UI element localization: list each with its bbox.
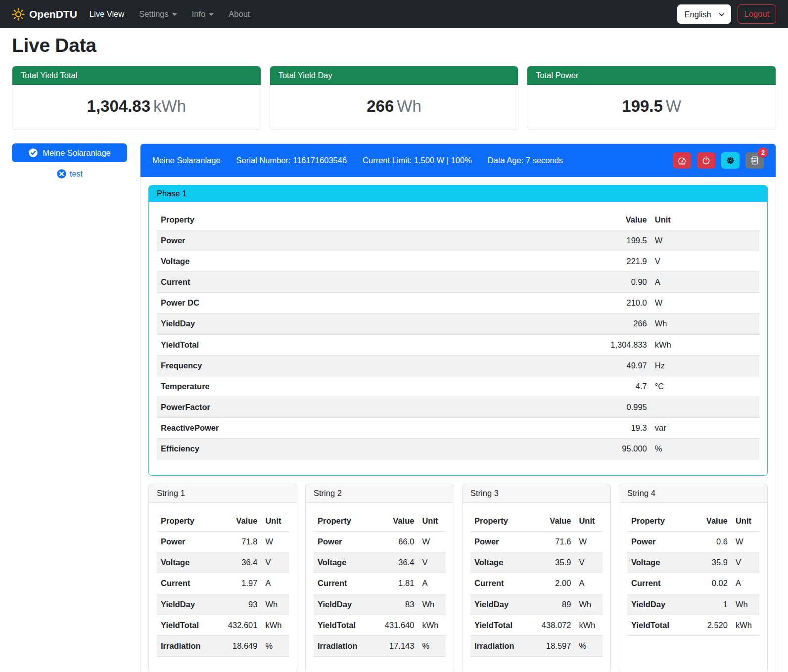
table-row: YieldTotal432.601kWh: [157, 615, 289, 635]
data-age-label: Data Age: 7 seconds: [488, 156, 563, 165]
unit-cell: [651, 397, 759, 417]
value-cell: 266: [579, 314, 651, 334]
table-row: Voltage35.9V: [627, 552, 759, 573]
x-circle-icon: [56, 169, 67, 179]
table-row: Voltage221.9V: [157, 251, 759, 272]
string-2-table: Property Value Unit Power66.0WVoltage36.…: [314, 511, 446, 657]
inverter-select-test[interactable]: test: [12, 169, 127, 179]
inverter-select-meine-solaranlage[interactable]: Meine Solaranlage: [12, 143, 127, 162]
column-header-unit: Unit: [651, 210, 759, 230]
string-3-table: Property Value Unit Power71.6WVoltage35.…: [470, 511, 603, 657]
property-cell: Irradiation: [314, 635, 381, 656]
column-header-unit: Unit: [418, 511, 446, 532]
string-4-card: String 4 Property Value Unit: [619, 484, 768, 672]
table-row: YieldTotal1,304.833kWh: [157, 334, 759, 355]
column-header-unit: Unit: [575, 511, 603, 532]
table-row: Current2.00A: [470, 573, 603, 594]
nav-item-live-view[interactable]: Live View: [82, 5, 132, 23]
page-title: Live Data: [12, 35, 776, 56]
inverter-header: Meine Solaranlage Serial Number: 1161716…: [140, 144, 776, 177]
card-title: Total Yield Day: [270, 66, 518, 85]
table-row: YieldDay83Wh: [314, 594, 446, 615]
inverter-name: Meine Solaranlage: [152, 156, 221, 165]
unit-cell: W: [651, 293, 759, 314]
value-cell: 49.97: [579, 355, 651, 376]
value-cell: 95.000: [579, 439, 651, 459]
table-header-row: Property Value Unit: [157, 210, 759, 230]
unit-cell: W: [651, 230, 759, 251]
power-icon: [701, 156, 711, 165]
value-cell: 18.597: [538, 635, 575, 656]
property-cell: Current: [627, 573, 696, 594]
card-value: 1,304.83kWh: [12, 85, 261, 130]
unit-label: kWh: [153, 97, 186, 115]
unit-cell: A: [651, 272, 759, 293]
value-cell: 71.6: [538, 532, 575, 552]
unit-cell: %: [575, 635, 603, 656]
unit-cell: V: [418, 552, 446, 573]
limit-settings-button[interactable]: [673, 152, 691, 169]
unit-cell: V: [575, 552, 603, 573]
unit-cell: %: [418, 635, 446, 656]
column-header-property: Property: [627, 511, 696, 532]
string-title: String 1: [149, 484, 297, 503]
nav-item-info[interactable]: Info: [185, 5, 222, 23]
nav-item-settings[interactable]: Settings: [132, 5, 185, 23]
property-cell: YieldDay: [470, 594, 538, 615]
table-row: Power71.6W: [470, 532, 603, 552]
table-row: YieldDay266Wh: [157, 314, 759, 334]
property-cell: YieldDay: [314, 594, 381, 615]
chevron-down-icon: [172, 13, 177, 16]
string-1-table: Property Value Unit Power71.8WVoltage36.…: [157, 511, 289, 657]
device-info-button[interactable]: [721, 152, 740, 169]
value-cell: 19.3: [579, 417, 651, 438]
value-cell: 36.4: [224, 552, 262, 573]
property-cell: Voltage: [157, 251, 579, 272]
table-row: PowerFactor0.995: [157, 397, 759, 417]
unit-cell: kWh: [651, 334, 759, 355]
logout-button[interactable]: Logout: [738, 4, 776, 24]
event-log-button[interactable]: 2: [745, 152, 764, 169]
unit-cell: A: [732, 573, 759, 594]
brand-link[interactable]: OpenDTU: [12, 8, 77, 21]
unit-cell: V: [651, 251, 759, 272]
table-row: ReactivePower19.3var: [157, 417, 759, 438]
unit-cell: %: [261, 635, 289, 656]
table-row: Irradiation18.649%: [157, 635, 289, 656]
column-header-value: Value: [381, 511, 418, 532]
unit-cell: Wh: [418, 594, 446, 615]
string-title: String 4: [619, 484, 767, 503]
value-cell: 438.072: [538, 615, 575, 635]
property-cell: YieldDay: [627, 594, 696, 615]
phase-table: Property Value Unit Power199.5WVoltage22…: [157, 210, 759, 459]
unit-cell: Wh: [651, 314, 759, 334]
value-cell: 36.4: [381, 552, 418, 573]
property-cell: Current: [157, 573, 224, 594]
table-row: Power199.5W: [157, 230, 759, 251]
value-cell: 199.5: [579, 230, 651, 251]
language-select[interactable]: English: [677, 4, 731, 24]
table-row: YieldDay93Wh: [157, 594, 289, 615]
nav-item-about[interactable]: About: [221, 5, 257, 23]
property-cell: YieldTotal: [314, 615, 381, 635]
table-row: Voltage36.4V: [314, 552, 446, 573]
inverter-list-sidebar: Meine Solaranlage test: [12, 143, 132, 179]
property-cell: Current: [314, 573, 381, 594]
column-header-property: Property: [314, 511, 381, 532]
summary-cards-row: Total Yield Total 1,304.83kWh Total Yiel…: [12, 66, 776, 130]
power-toggle-button[interactable]: [697, 152, 715, 169]
unit-cell: kWh: [732, 615, 759, 635]
column-header-value: Value: [696, 511, 732, 532]
property-cell: YieldDay: [157, 594, 224, 615]
value-cell: 83: [381, 594, 418, 615]
value-cell: 210.0: [579, 293, 651, 314]
check-circle-icon: [28, 148, 38, 158]
unit-cell: W: [732, 532, 759, 552]
value-cell: 432.601: [224, 615, 262, 635]
property-cell: Irradiation: [470, 635, 538, 656]
property-cell: YieldTotal: [470, 615, 538, 635]
chevron-down-icon: [209, 13, 214, 16]
table-row: Efficiency95.000%: [157, 439, 759, 459]
value-cell: 1.81: [381, 573, 418, 594]
unit-cell: kWh: [261, 615, 289, 635]
